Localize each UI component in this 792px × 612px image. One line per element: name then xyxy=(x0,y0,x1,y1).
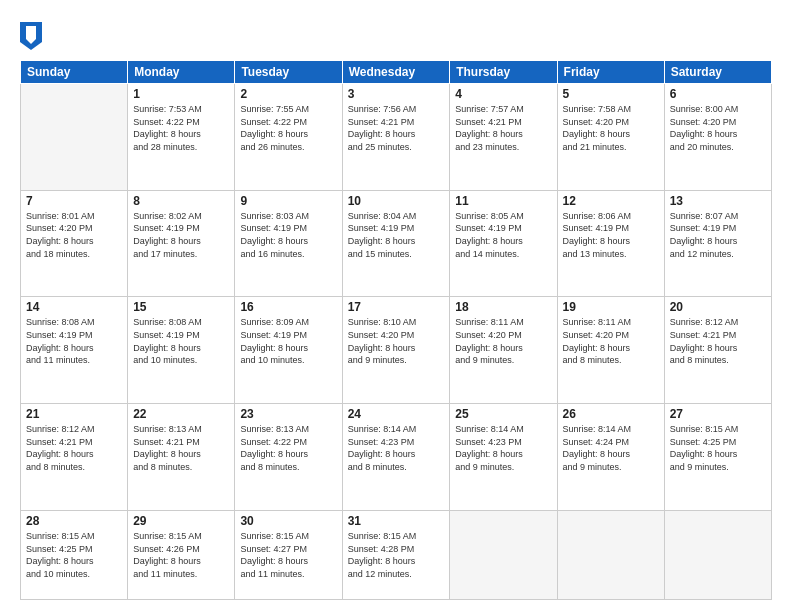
day-info: Sunrise: 8:12 AM Sunset: 4:21 PM Dayligh… xyxy=(26,423,122,473)
calendar-week-row: 1Sunrise: 7:53 AM Sunset: 4:22 PM Daylig… xyxy=(21,84,772,191)
day-info: Sunrise: 8:02 AM Sunset: 4:19 PM Dayligh… xyxy=(133,210,229,260)
calendar-cell: 23Sunrise: 8:13 AM Sunset: 4:22 PM Dayli… xyxy=(235,404,342,511)
day-number: 23 xyxy=(240,407,336,421)
day-number: 16 xyxy=(240,300,336,314)
day-info: Sunrise: 8:12 AM Sunset: 4:21 PM Dayligh… xyxy=(670,316,766,366)
day-info: Sunrise: 8:08 AM Sunset: 4:19 PM Dayligh… xyxy=(133,316,229,366)
calendar-cell: 11Sunrise: 8:05 AM Sunset: 4:19 PM Dayli… xyxy=(450,190,557,297)
day-number: 29 xyxy=(133,514,229,528)
day-number: 8 xyxy=(133,194,229,208)
calendar-week-row: 21Sunrise: 8:12 AM Sunset: 4:21 PM Dayli… xyxy=(21,404,772,511)
weekday-header-tuesday: Tuesday xyxy=(235,61,342,84)
day-info: Sunrise: 8:13 AM Sunset: 4:21 PM Dayligh… xyxy=(133,423,229,473)
day-info: Sunrise: 7:55 AM Sunset: 4:22 PM Dayligh… xyxy=(240,103,336,153)
calendar-cell: 7Sunrise: 8:01 AM Sunset: 4:20 PM Daylig… xyxy=(21,190,128,297)
day-number: 14 xyxy=(26,300,122,314)
calendar-cell xyxy=(21,84,128,191)
calendar-cell xyxy=(664,510,771,599)
day-info: Sunrise: 8:15 AM Sunset: 4:27 PM Dayligh… xyxy=(240,530,336,580)
calendar-cell: 9Sunrise: 8:03 AM Sunset: 4:19 PM Daylig… xyxy=(235,190,342,297)
day-number: 28 xyxy=(26,514,122,528)
calendar-cell: 12Sunrise: 8:06 AM Sunset: 4:19 PM Dayli… xyxy=(557,190,664,297)
day-info: Sunrise: 7:58 AM Sunset: 4:20 PM Dayligh… xyxy=(563,103,659,153)
day-number: 24 xyxy=(348,407,445,421)
calendar-cell: 2Sunrise: 7:55 AM Sunset: 4:22 PM Daylig… xyxy=(235,84,342,191)
calendar-cell: 10Sunrise: 8:04 AM Sunset: 4:19 PM Dayli… xyxy=(342,190,450,297)
day-info: Sunrise: 7:53 AM Sunset: 4:22 PM Dayligh… xyxy=(133,103,229,153)
calendar-cell: 18Sunrise: 8:11 AM Sunset: 4:20 PM Dayli… xyxy=(450,297,557,404)
day-info: Sunrise: 8:01 AM Sunset: 4:20 PM Dayligh… xyxy=(26,210,122,260)
day-number: 26 xyxy=(563,407,659,421)
day-number: 11 xyxy=(455,194,551,208)
day-info: Sunrise: 7:56 AM Sunset: 4:21 PM Dayligh… xyxy=(348,103,445,153)
calendar-cell: 31Sunrise: 8:15 AM Sunset: 4:28 PM Dayli… xyxy=(342,510,450,599)
day-number: 27 xyxy=(670,407,766,421)
calendar-cell: 16Sunrise: 8:09 AM Sunset: 4:19 PM Dayli… xyxy=(235,297,342,404)
day-info: Sunrise: 8:14 AM Sunset: 4:23 PM Dayligh… xyxy=(348,423,445,473)
day-number: 6 xyxy=(670,87,766,101)
calendar-cell: 15Sunrise: 8:08 AM Sunset: 4:19 PM Dayli… xyxy=(128,297,235,404)
weekday-header-monday: Monday xyxy=(128,61,235,84)
calendar-cell: 19Sunrise: 8:11 AM Sunset: 4:20 PM Dayli… xyxy=(557,297,664,404)
calendar-cell: 4Sunrise: 7:57 AM Sunset: 4:21 PM Daylig… xyxy=(450,84,557,191)
calendar-cell: 3Sunrise: 7:56 AM Sunset: 4:21 PM Daylig… xyxy=(342,84,450,191)
day-number: 17 xyxy=(348,300,445,314)
calendar-week-row: 14Sunrise: 8:08 AM Sunset: 4:19 PM Dayli… xyxy=(21,297,772,404)
day-number: 12 xyxy=(563,194,659,208)
calendar-cell: 17Sunrise: 8:10 AM Sunset: 4:20 PM Dayli… xyxy=(342,297,450,404)
calendar-cell: 13Sunrise: 8:07 AM Sunset: 4:19 PM Dayli… xyxy=(664,190,771,297)
day-number: 21 xyxy=(26,407,122,421)
day-number: 2 xyxy=(240,87,336,101)
calendar-cell: 25Sunrise: 8:14 AM Sunset: 4:23 PM Dayli… xyxy=(450,404,557,511)
calendar-page: SundayMondayTuesdayWednesdayThursdayFrid… xyxy=(0,0,792,612)
day-number: 3 xyxy=(348,87,445,101)
day-number: 4 xyxy=(455,87,551,101)
day-number: 5 xyxy=(563,87,659,101)
calendar-cell: 8Sunrise: 8:02 AM Sunset: 4:19 PM Daylig… xyxy=(128,190,235,297)
day-info: Sunrise: 8:14 AM Sunset: 4:24 PM Dayligh… xyxy=(563,423,659,473)
day-info: Sunrise: 8:10 AM Sunset: 4:20 PM Dayligh… xyxy=(348,316,445,366)
day-number: 30 xyxy=(240,514,336,528)
day-info: Sunrise: 8:15 AM Sunset: 4:25 PM Dayligh… xyxy=(670,423,766,473)
calendar-cell: 20Sunrise: 8:12 AM Sunset: 4:21 PM Dayli… xyxy=(664,297,771,404)
day-info: Sunrise: 8:06 AM Sunset: 4:19 PM Dayligh… xyxy=(563,210,659,260)
day-info: Sunrise: 8:09 AM Sunset: 4:19 PM Dayligh… xyxy=(240,316,336,366)
calendar-cell: 21Sunrise: 8:12 AM Sunset: 4:21 PM Dayli… xyxy=(21,404,128,511)
weekday-header-saturday: Saturday xyxy=(664,61,771,84)
day-number: 10 xyxy=(348,194,445,208)
day-number: 31 xyxy=(348,514,445,528)
day-info: Sunrise: 8:14 AM Sunset: 4:23 PM Dayligh… xyxy=(455,423,551,473)
calendar-cell: 30Sunrise: 8:15 AM Sunset: 4:27 PM Dayli… xyxy=(235,510,342,599)
calendar-cell: 6Sunrise: 8:00 AM Sunset: 4:20 PM Daylig… xyxy=(664,84,771,191)
calendar-table: SundayMondayTuesdayWednesdayThursdayFrid… xyxy=(20,60,772,600)
day-number: 19 xyxy=(563,300,659,314)
day-number: 18 xyxy=(455,300,551,314)
day-info: Sunrise: 7:57 AM Sunset: 4:21 PM Dayligh… xyxy=(455,103,551,153)
day-info: Sunrise: 8:00 AM Sunset: 4:20 PM Dayligh… xyxy=(670,103,766,153)
day-number: 1 xyxy=(133,87,229,101)
day-number: 13 xyxy=(670,194,766,208)
day-info: Sunrise: 8:07 AM Sunset: 4:19 PM Dayligh… xyxy=(670,210,766,260)
header xyxy=(20,18,772,50)
calendar-cell: 26Sunrise: 8:14 AM Sunset: 4:24 PM Dayli… xyxy=(557,404,664,511)
day-number: 25 xyxy=(455,407,551,421)
day-info: Sunrise: 8:15 AM Sunset: 4:25 PM Dayligh… xyxy=(26,530,122,580)
day-number: 7 xyxy=(26,194,122,208)
day-number: 22 xyxy=(133,407,229,421)
day-number: 20 xyxy=(670,300,766,314)
day-number: 9 xyxy=(240,194,336,208)
day-info: Sunrise: 8:11 AM Sunset: 4:20 PM Dayligh… xyxy=(455,316,551,366)
calendar-cell: 5Sunrise: 7:58 AM Sunset: 4:20 PM Daylig… xyxy=(557,84,664,191)
calendar-cell: 22Sunrise: 8:13 AM Sunset: 4:21 PM Dayli… xyxy=(128,404,235,511)
day-info: Sunrise: 8:15 AM Sunset: 4:26 PM Dayligh… xyxy=(133,530,229,580)
calendar-cell xyxy=(450,510,557,599)
day-info: Sunrise: 8:13 AM Sunset: 4:22 PM Dayligh… xyxy=(240,423,336,473)
calendar-cell: 14Sunrise: 8:08 AM Sunset: 4:19 PM Dayli… xyxy=(21,297,128,404)
calendar-cell: 24Sunrise: 8:14 AM Sunset: 4:23 PM Dayli… xyxy=(342,404,450,511)
calendar-week-row: 7Sunrise: 8:01 AM Sunset: 4:20 PM Daylig… xyxy=(21,190,772,297)
weekday-header-wednesday: Wednesday xyxy=(342,61,450,84)
calendar-cell: 27Sunrise: 8:15 AM Sunset: 4:25 PM Dayli… xyxy=(664,404,771,511)
day-info: Sunrise: 8:08 AM Sunset: 4:19 PM Dayligh… xyxy=(26,316,122,366)
logo xyxy=(20,22,46,50)
day-info: Sunrise: 8:11 AM Sunset: 4:20 PM Dayligh… xyxy=(563,316,659,366)
